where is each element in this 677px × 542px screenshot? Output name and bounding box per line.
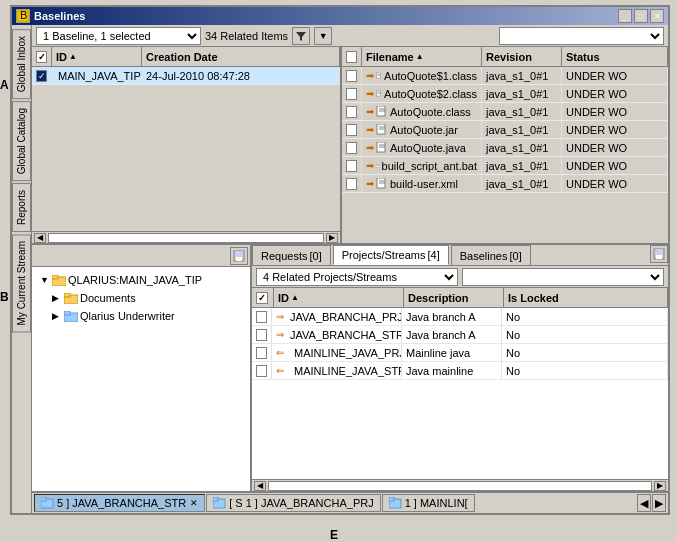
proj-scroll-right[interactable]: ▶ <box>654 481 666 491</box>
sidebar-tab-global-inbox[interactable]: Global Inbox <box>12 29 31 99</box>
projects-search[interactable] <box>462 268 664 286</box>
file-row-check[interactable] <box>342 85 362 102</box>
proj-row-id-label-1: JAVA_BRANCHA_STR <box>290 329 402 341</box>
file-row[interactable]: ➡ AutoQuote$2.class java_s1_0#1 UNDER WO <box>342 85 668 103</box>
panel-save-btn[interactable] <box>650 245 668 263</box>
tree-documents-item[interactable]: ▶ Documents <box>36 289 246 307</box>
proj-row-check-1[interactable] <box>252 326 272 343</box>
project-row[interactable]: ⇒ JAVA_BRANCHA_PRJ Java branch A No <box>252 308 668 326</box>
tree-collapse-docs[interactable]: ▶ <box>52 293 62 303</box>
tree-collapse-uw[interactable]: ▶ <box>52 311 62 321</box>
tab-projects-streams[interactable]: Projects/Streams [ 4 ] <box>333 245 449 265</box>
taskbar-tab-0[interactable]: 5 ] JAVA_BRANCHA_STR ✕ <box>34 494 205 512</box>
proj-header-checkbox[interactable]: ✓ <box>256 292 268 304</box>
sidebar-tab-reports[interactable]: Reports <box>12 183 31 232</box>
th-revision[interactable]: Revision <box>482 47 562 66</box>
file-row-filename-2: AutoQuote.class <box>390 106 471 118</box>
project-row[interactable]: ⇒ JAVA_BRANCHA_STR Java branch A No <box>252 326 668 344</box>
baselines-dropdown[interactable]: 1 Baseline, 1 selected <box>36 27 201 45</box>
file-row-check[interactable] <box>342 121 362 138</box>
filter-btn[interactable] <box>292 27 310 45</box>
th-creation-date[interactable]: Creation Date <box>142 47 340 66</box>
file-row-revision-3: java_s1_0#1 <box>482 121 562 138</box>
file-row-checkbox-6[interactable] <box>346 178 357 190</box>
file-row[interactable]: ➡ build-user.xml java_s1_0#1 UNDER WO <box>342 175 668 193</box>
file-row-filename-6: build-user.xml <box>390 178 458 190</box>
file-row-check[interactable] <box>342 103 362 120</box>
file-row-check[interactable] <box>342 175 362 192</box>
proj-scroll-track[interactable] <box>268 481 652 491</box>
th-proj-desc[interactable]: Description <box>404 288 504 307</box>
taskbar-tab-1[interactable]: [ S 1 ] JAVA_BRANCHA_PRJ <box>206 494 380 512</box>
proj-row-checkbox-2[interactable] <box>256 347 267 359</box>
tab-requests[interactable]: Requests [ 0 ] <box>252 245 331 265</box>
file-row-check[interactable] <box>342 139 362 156</box>
content-area: 1 Baseline, 1 selected 34 Related Items … <box>32 25 668 513</box>
close-button[interactable]: ✕ <box>650 9 664 23</box>
row-checkbox[interactable]: ✓ <box>36 70 47 82</box>
proj-row-checkbox-0[interactable] <box>256 311 267 323</box>
minimize-button[interactable]: _ <box>618 9 632 23</box>
file-row-checkbox-0[interactable] <box>346 70 357 82</box>
proj-row-check-2[interactable] <box>252 344 272 361</box>
tab-baselines[interactable]: Baselines [ 0 ] <box>451 245 531 265</box>
proj-row-check-0[interactable] <box>252 308 272 325</box>
proj-row-checkbox-1[interactable] <box>256 329 267 341</box>
proj-arrow-0: ⇒ <box>276 311 284 322</box>
proj-row-locked-3: No <box>502 362 668 379</box>
scroll-track[interactable] <box>48 233 324 243</box>
file-row-checkbox-2[interactable] <box>346 106 357 118</box>
tree-collapse-root[interactable]: ▼ <box>40 275 50 285</box>
file-row[interactable]: ➡ AutoQuote.class java_s1_0#1 UNDER WO <box>342 103 668 121</box>
th-file-check[interactable] <box>342 47 362 66</box>
header-checkbox[interactable]: ✓ <box>36 51 47 63</box>
proj-row-desc-2: Mainline java <box>402 344 502 361</box>
taskbar-prev-btn[interactable]: ◀ <box>637 494 651 512</box>
taskbar-close-0[interactable]: ✕ <box>190 498 198 508</box>
th-proj-check[interactable]: ✓ <box>252 288 274 307</box>
maximize-button[interactable]: □ <box>634 9 648 23</box>
file-row-checkbox-4[interactable] <box>346 142 357 154</box>
projects-dropdown[interactable]: 4 Related Projects/Streams <box>256 268 458 286</box>
scroll-left-btn[interactable]: ◀ <box>34 233 46 243</box>
file-header-checkbox[interactable] <box>346 51 357 63</box>
th-filename[interactable]: Filename ▲ <box>362 47 482 66</box>
file-row-name: ➡ AutoQuote.class <box>362 103 482 120</box>
right-dropdown[interactable] <box>499 27 664 45</box>
taskbar-next-btn[interactable]: ▶ <box>652 494 666 512</box>
tree-save-btn[interactable] <box>230 247 248 265</box>
proj-scroll-left[interactable]: ◀ <box>254 481 266 491</box>
row-creation-date: 24-Jul-2010 08:47:28 <box>142 67 340 84</box>
file-row-check[interactable] <box>342 67 362 84</box>
file-row[interactable]: ➡ AutoQuote$1.class java_s1_0#1 UNDER WO <box>342 67 668 85</box>
tree-root-item[interactable]: ▼ QLARIUS:MAIN_JAVA_TIP <box>36 271 246 289</box>
taskbar-tab-2[interactable]: 1 ] MAINLIN[ <box>382 494 475 512</box>
scroll-right-btn[interactable]: ▶ <box>326 233 338 243</box>
title-bar-left: B Baselines <box>16 9 85 23</box>
file-row-checkbox-1[interactable] <box>346 88 357 100</box>
sidebar-tab-my-current-stream[interactable]: My Current Stream <box>12 234 31 332</box>
file-row[interactable]: ➡ AutoQuote.jar java_s1_0#1 UNDER WO <box>342 121 668 139</box>
panel-toolbar: 4 Related Projects/Streams <box>252 266 668 288</box>
project-row[interactable]: ⇐ MAINLINE_JAVA_STR Java mainline No <box>252 362 668 380</box>
file-row-checkbox-5[interactable] <box>346 160 357 172</box>
th-check[interactable]: ✓ <box>32 47 52 66</box>
th-proj-id[interactable]: ID ▲ <box>274 288 404 307</box>
file-row[interactable]: ➡ build_script_ant.bat java_s1_0#1 UNDER… <box>342 157 668 175</box>
panel-body: 4 Related Projects/Streams ✓ <box>252 266 668 491</box>
row-check[interactable]: ✓ <box>32 67 52 84</box>
proj-row-check-3[interactable] <box>252 362 272 379</box>
proj-row-checkbox-3[interactable] <box>256 365 267 377</box>
tree-underwriter-item[interactable]: ▶ Qlarius Underwriter <box>36 307 246 325</box>
file-row-check[interactable] <box>342 157 362 174</box>
sidebar-tab-global-catalog[interactable]: Global Catalog <box>12 101 31 181</box>
th-proj-locked[interactable]: Is Locked <box>504 288 668 307</box>
project-row[interactable]: ⇐ MAINLINE_JAVA_PRJ Mainline java No <box>252 344 668 362</box>
file-row[interactable]: ➡ AutoQuote.java java_s1_0#1 UNDER WO <box>342 139 668 157</box>
dropdown-arrow-btn[interactable]: ▼ <box>314 27 332 45</box>
th-id[interactable]: ID ▲ <box>52 47 142 66</box>
file-row-checkbox-3[interactable] <box>346 124 357 136</box>
tree-pane: ▼ QLARIUS:MAIN_JAVA_TIP ▶ <box>32 245 252 491</box>
th-status[interactable]: Status <box>562 47 668 66</box>
table-row[interactable]: ✓ B MAIN_JAVA_TIP 24-Jul-2010 08:47: <box>32 67 340 85</box>
